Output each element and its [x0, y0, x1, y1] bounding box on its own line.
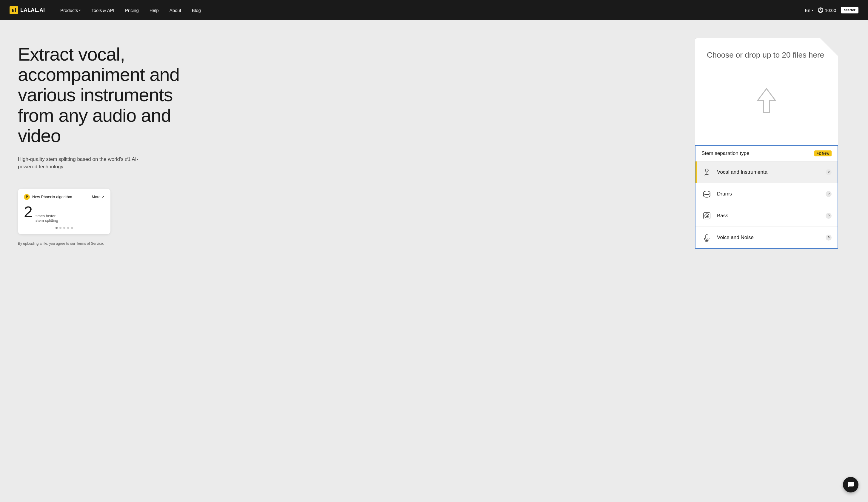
stat-desc-line1: times faster [35, 214, 58, 218]
drums-label: Drums [717, 191, 821, 197]
nav-right: En ▾ 10:00 Starter [805, 7, 858, 13]
dot-3[interactable] [63, 227, 65, 229]
time-display: 10:00 [818, 8, 836, 13]
svg-point-13 [705, 214, 709, 218]
hero-right: Choose or drop up to 20 files here Stem … [695, 38, 850, 249]
drums-pro-badge: P [826, 191, 831, 197]
stat-desc-line2: stem splitting [35, 218, 58, 223]
more-link[interactable]: More ↗ [92, 195, 104, 199]
stem-item-drums[interactable]: Drums P [695, 183, 838, 205]
lang-chevron-icon: ▾ [812, 9, 813, 12]
new-badge: +2 New [814, 150, 831, 156]
stat-number: 2 [24, 204, 32, 220]
svg-point-14 [706, 215, 708, 217]
nav-about[interactable]: About [169, 8, 181, 13]
dot-4[interactable] [67, 227, 69, 229]
vocal-instrumental-label: Vocal and Instrumental [717, 169, 821, 175]
upload-panel[interactable]: Choose or drop up to 20 files here [695, 38, 838, 146]
svg-point-7 [705, 169, 708, 172]
stem-panel-header: Stem separation type +2 New [695, 146, 838, 161]
starter-button[interactable]: Starter [841, 7, 858, 13]
upload-arrow-area [707, 78, 826, 123]
language-selector[interactable]: En ▾ [805, 8, 813, 13]
hero-subtitle: High-quality stem splitting based on the… [18, 156, 143, 171]
bass-label: Bass [717, 213, 821, 219]
stem-item-voice-noise[interactable]: Voice and Noise P [695, 227, 838, 248]
hero-section: Extract vocal, accompaniment and various… [0, 20, 868, 502]
terms-of-service-link[interactable]: Terms of Service. [76, 241, 104, 245]
dot-5[interactable] [71, 227, 73, 229]
bass-icon [701, 210, 712, 221]
logo-icon [10, 6, 18, 14]
svg-rect-0 [12, 9, 13, 12]
hero-title: Extract vocal, accompaniment and various… [18, 44, 185, 146]
terms-text: By uploading a file, you agree to our Te… [18, 241, 185, 245]
vocal-pro-badge: P [826, 169, 831, 175]
nav-pricing[interactable]: Pricing [125, 8, 139, 13]
stem-panel-title: Stem separation type [701, 150, 750, 156]
svg-rect-2 [15, 8, 16, 12]
chat-button[interactable] [843, 477, 858, 492]
vocal-icon [701, 167, 712, 178]
upload-arrow-icon [756, 87, 777, 114]
clock-icon [818, 8, 823, 13]
stem-separation-panel: Stem separation type +2 New Vocal and In… [695, 145, 838, 249]
stem-item-bass[interactable]: Bass P [695, 205, 838, 227]
algorithm-label: New Phoenix algorithm [32, 195, 89, 199]
feature-card: P New Phoenix algorithm More ↗ 2 times f… [18, 189, 111, 234]
svg-point-8 [704, 191, 710, 195]
nav-products[interactable]: Products ▾ [60, 8, 81, 13]
navbar: LALAL.AI Products ▾ Tools & API Pricing … [0, 0, 868, 20]
phoenix-icon: P [24, 194, 30, 200]
feature-card-header: P New Phoenix algorithm More ↗ [24, 194, 104, 200]
feature-stat: 2 times faster stem splitting [24, 204, 104, 223]
products-chevron-icon: ▾ [79, 9, 81, 12]
logo-text: LALAL.AI [20, 7, 45, 13]
nav-help[interactable]: Help [149, 8, 159, 13]
upload-text: Choose or drop up to 20 files here [707, 50, 826, 60]
drums-icon [701, 189, 712, 199]
bass-pro-badge: P [826, 213, 831, 219]
voice-noise-icon [701, 232, 712, 243]
card-dots [24, 227, 104, 229]
svg-marker-6 [757, 88, 775, 113]
logo-link[interactable]: LALAL.AI [10, 6, 45, 14]
nav-tools-api[interactable]: Tools & API [91, 8, 114, 13]
voice-noise-pro-badge: P [826, 234, 831, 241]
svg-rect-1 [13, 10, 14, 12]
stem-item-vocal[interactable]: Vocal and Instrumental P [695, 161, 838, 183]
more-arrow-icon: ↗ [101, 195, 104, 199]
voice-noise-label: Voice and Noise [717, 234, 821, 241]
dot-1[interactable] [55, 227, 58, 229]
nav-blog[interactable]: Blog [192, 8, 201, 13]
stat-description: times faster stem splitting [35, 214, 58, 223]
chat-icon [847, 481, 854, 488]
dot-2[interactable] [59, 227, 62, 229]
hero-left: Extract vocal, accompaniment and various… [18, 38, 185, 245]
